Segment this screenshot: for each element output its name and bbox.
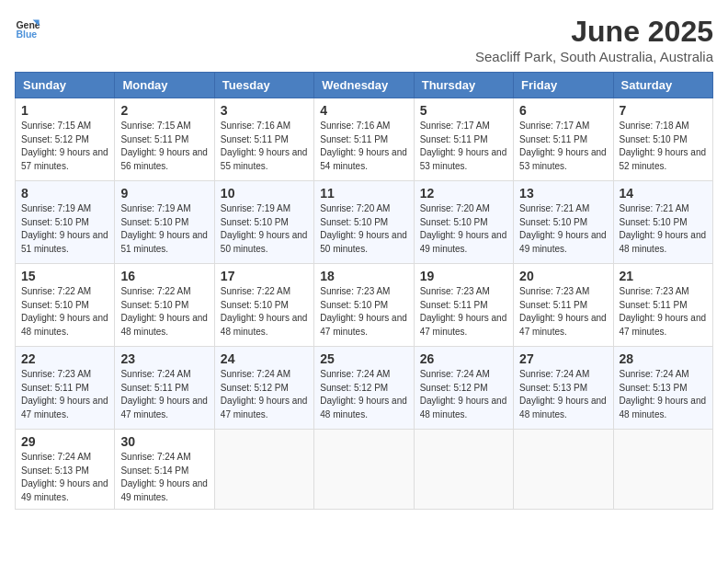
calendar-cell: 29 Sunrise: 7:24 AM Sunset: 5:13 PM Dayl…: [16, 430, 115, 510]
weekday-header: Monday: [115, 73, 214, 98]
calendar-cell: 9 Sunrise: 7:19 AM Sunset: 5:10 PM Dayli…: [115, 181, 214, 264]
calendar-cell: 17 Sunrise: 7:22 AM Sunset: 5:10 PM Dayl…: [214, 264, 313, 347]
day-info: Sunrise: 7:16 AM Sunset: 5:11 PM Dayligh…: [221, 120, 308, 173]
calendar-week-row: 15 Sunrise: 7:22 AM Sunset: 5:10 PM Dayl…: [16, 264, 713, 347]
day-info: Sunrise: 7:19 AM Sunset: 5:10 PM Dayligh…: [221, 202, 308, 256]
calendar-cell: 26 Sunrise: 7:24 AM Sunset: 5:12 PM Dayl…: [414, 347, 513, 430]
day-number: 4: [320, 103, 407, 118]
day-number: 9: [120, 186, 208, 201]
day-number: 23: [120, 351, 208, 366]
calendar-cell: 21 Sunrise: 7:23 AM Sunset: 5:11 PM Dayl…: [613, 264, 712, 347]
calendar-cell: 3 Sunrise: 7:16 AM Sunset: 5:11 PM Dayli…: [214, 98, 313, 181]
day-info: Sunrise: 7:23 AM Sunset: 5:11 PM Dayligh…: [620, 285, 707, 339]
day-number: 17: [221, 269, 308, 283]
calendar-cell: 1 Sunrise: 7:15 AM Sunset: 5:12 PM Dayli…: [16, 98, 115, 181]
weekday-header: Thursday: [414, 73, 513, 98]
day-number: 11: [320, 186, 407, 201]
calendar-cell: 4 Sunrise: 7:16 AM Sunset: 5:11 PM Dayli…: [314, 98, 414, 181]
day-info: Sunrise: 7:24 AM Sunset: 5:14 PM Dayligh…: [120, 451, 208, 504]
day-number: 30: [120, 434, 208, 449]
calendar-cell: 19 Sunrise: 7:23 AM Sunset: 5:11 PM Dayl…: [414, 264, 513, 347]
day-number: 12: [420, 186, 507, 201]
calendar-cell: 13 Sunrise: 7:21 AM Sunset: 5:10 PM Dayl…: [514, 181, 613, 264]
day-info: Sunrise: 7:24 AM Sunset: 5:13 PM Dayligh…: [519, 368, 607, 421]
day-number: 6: [519, 103, 607, 118]
calendar-cell: [214, 430, 313, 510]
day-info: Sunrise: 7:19 AM Sunset: 5:10 PM Dayligh…: [120, 202, 208, 256]
calendar-cell: [514, 430, 613, 510]
location-subtitle: Seacliff Park, South Australia, Australi…: [475, 49, 713, 64]
calendar-cell: 23 Sunrise: 7:24 AM Sunset: 5:11 PM Dayl…: [115, 347, 214, 430]
day-info: Sunrise: 7:23 AM Sunset: 5:10 PM Dayligh…: [320, 285, 407, 339]
month-title: June 2025: [475, 15, 713, 49]
day-info: Sunrise: 7:22 AM Sunset: 5:10 PM Dayligh…: [21, 285, 108, 339]
day-number: 18: [320, 269, 407, 283]
weekday-header: Sunday: [16, 73, 115, 98]
header: General Blue June 2025 Seacliff Park, So…: [15, 15, 713, 64]
day-number: 29: [21, 434, 108, 449]
weekday-header: Friday: [514, 73, 613, 98]
day-info: Sunrise: 7:24 AM Sunset: 5:11 PM Dayligh…: [120, 368, 208, 421]
calendar-cell: 5 Sunrise: 7:17 AM Sunset: 5:11 PM Dayli…: [414, 98, 513, 181]
day-number: 20: [519, 269, 607, 283]
day-number: 26: [420, 351, 507, 366]
day-number: 16: [120, 269, 208, 283]
day-info: Sunrise: 7:23 AM Sunset: 5:11 PM Dayligh…: [21, 368, 108, 421]
day-info: Sunrise: 7:22 AM Sunset: 5:10 PM Dayligh…: [120, 285, 208, 339]
day-info: Sunrise: 7:21 AM Sunset: 5:10 PM Dayligh…: [620, 202, 707, 256]
calendar-week-row: 22 Sunrise: 7:23 AM Sunset: 5:11 PM Dayl…: [16, 347, 713, 430]
day-number: 27: [519, 351, 607, 366]
day-info: Sunrise: 7:17 AM Sunset: 5:11 PM Dayligh…: [420, 120, 507, 173]
calendar-cell: 25 Sunrise: 7:24 AM Sunset: 5:12 PM Dayl…: [314, 347, 414, 430]
title-block: June 2025 Seacliff Park, South Australia…: [475, 15, 713, 64]
calendar-cell: 6 Sunrise: 7:17 AM Sunset: 5:11 PM Dayli…: [514, 98, 613, 181]
day-info: Sunrise: 7:24 AM Sunset: 5:13 PM Dayligh…: [620, 368, 707, 421]
day-number: 5: [420, 103, 507, 118]
calendar-cell: 18 Sunrise: 7:23 AM Sunset: 5:10 PM Dayl…: [314, 264, 414, 347]
calendar-cell: 30 Sunrise: 7:24 AM Sunset: 5:14 PM Dayl…: [115, 430, 214, 510]
calendar-cell: 11 Sunrise: 7:20 AM Sunset: 5:10 PM Dayl…: [314, 181, 414, 264]
day-number: 22: [21, 351, 108, 366]
calendar-week-row: 1 Sunrise: 7:15 AM Sunset: 5:12 PM Dayli…: [16, 98, 713, 181]
day-number: 14: [620, 186, 707, 201]
day-info: Sunrise: 7:24 AM Sunset: 5:12 PM Dayligh…: [320, 368, 407, 421]
calendar-body: 1 Sunrise: 7:15 AM Sunset: 5:12 PM Dayli…: [16, 98, 713, 510]
day-number: 25: [320, 351, 407, 366]
calendar-cell: 12 Sunrise: 7:20 AM Sunset: 5:10 PM Dayl…: [414, 181, 513, 264]
day-info: Sunrise: 7:24 AM Sunset: 5:12 PM Dayligh…: [420, 368, 507, 421]
day-info: Sunrise: 7:24 AM Sunset: 5:12 PM Dayligh…: [221, 368, 308, 421]
day-number: 19: [420, 269, 507, 283]
calendar-cell: 7 Sunrise: 7:18 AM Sunset: 5:10 PM Dayli…: [613, 98, 712, 181]
day-number: 3: [221, 103, 308, 118]
calendar-cell: 8 Sunrise: 7:19 AM Sunset: 5:10 PM Dayli…: [16, 181, 115, 264]
logo: General Blue: [15, 15, 40, 40]
logo-icon: General Blue: [15, 15, 40, 40]
day-info: Sunrise: 7:23 AM Sunset: 5:11 PM Dayligh…: [420, 285, 507, 339]
day-info: Sunrise: 7:16 AM Sunset: 5:11 PM Dayligh…: [320, 120, 407, 173]
calendar-cell: 27 Sunrise: 7:24 AM Sunset: 5:13 PM Dayl…: [514, 347, 613, 430]
calendar-cell: 14 Sunrise: 7:21 AM Sunset: 5:10 PM Dayl…: [613, 181, 712, 264]
calendar-table: SundayMondayTuesdayWednesdayThursdayFrid…: [15, 72, 713, 510]
day-info: Sunrise: 7:21 AM Sunset: 5:10 PM Dayligh…: [519, 202, 607, 256]
calendar-header-row: SundayMondayTuesdayWednesdayThursdayFrid…: [16, 73, 713, 98]
weekday-header: Tuesday: [214, 73, 313, 98]
day-info: Sunrise: 7:18 AM Sunset: 5:10 PM Dayligh…: [620, 120, 707, 173]
weekday-header: Wednesday: [314, 73, 414, 98]
day-number: 28: [620, 351, 707, 366]
calendar-cell: [314, 430, 414, 510]
calendar-cell: [613, 430, 712, 510]
day-number: 8: [21, 186, 108, 201]
day-number: 13: [519, 186, 607, 201]
calendar-week-row: 8 Sunrise: 7:19 AM Sunset: 5:10 PM Dayli…: [16, 181, 713, 264]
day-info: Sunrise: 7:20 AM Sunset: 5:10 PM Dayligh…: [420, 202, 507, 256]
day-info: Sunrise: 7:22 AM Sunset: 5:10 PM Dayligh…: [221, 285, 308, 339]
day-info: Sunrise: 7:20 AM Sunset: 5:10 PM Dayligh…: [320, 202, 407, 256]
day-info: Sunrise: 7:15 AM Sunset: 5:12 PM Dayligh…: [21, 120, 108, 173]
day-info: Sunrise: 7:15 AM Sunset: 5:11 PM Dayligh…: [120, 120, 208, 173]
calendar-cell: 22 Sunrise: 7:23 AM Sunset: 5:11 PM Dayl…: [16, 347, 115, 430]
calendar-week-row: 29 Sunrise: 7:24 AM Sunset: 5:13 PM Dayl…: [16, 430, 713, 510]
day-info: Sunrise: 7:19 AM Sunset: 5:10 PM Dayligh…: [21, 202, 108, 256]
calendar-cell: 15 Sunrise: 7:22 AM Sunset: 5:10 PM Dayl…: [16, 264, 115, 347]
day-number: 24: [221, 351, 308, 366]
svg-text:Blue: Blue: [16, 29, 37, 40]
